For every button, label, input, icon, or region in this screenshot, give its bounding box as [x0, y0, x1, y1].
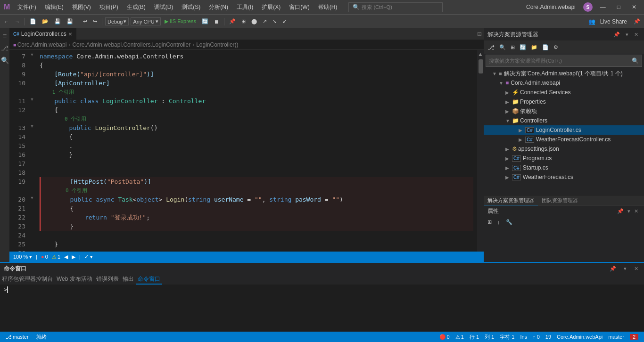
fold-20[interactable]: ▼ [28, 193, 36, 202]
editor-tab-login-controller[interactable]: C# LoginController.cs ✕ [9, 28, 76, 40]
editor-vscroll[interactable]: ▲ [477, 50, 484, 252]
redo-btn[interactable]: ↪ [91, 17, 99, 25]
status-errors[interactable]: 🔴 0 [438, 334, 452, 341]
zoom-level[interactable]: 100 % ▾ [13, 254, 32, 260]
nav-back-btn[interactable]: ◀ [64, 254, 68, 260]
props-sort-btn[interactable]: ↕ [495, 218, 502, 226]
se-toolbar-btn1[interactable]: ⎇ [486, 43, 496, 52]
live-share-button[interactable]: Live Share [596, 17, 631, 26]
step-over-btn[interactable]: ↗ [261, 17, 269, 25]
breadcrumb-method[interactable]: LoginController() [196, 41, 238, 48]
breadcrumb-controller[interactable]: Core.Admin.webapi.Controllers.LoginContr… [72, 41, 190, 48]
wf-arrow[interactable]: ▶ [505, 175, 511, 180]
open-btn[interactable]: 📂 [40, 17, 50, 25]
status-char[interactable]: 字符 1 [498, 334, 516, 341]
tree-login-controller[interactable]: ▶ C# LoginController.cs [484, 125, 644, 135]
warning-indicator[interactable]: ⚠ 1 [52, 254, 60, 260]
bottom-tab-cmd[interactable]: 命令窗口 [136, 274, 162, 285]
tree-program[interactable]: ▶ C# Program.cs [484, 154, 644, 163]
scroll-thumb[interactable] [479, 59, 483, 73]
pin-btn[interactable]: 📌 [227, 17, 238, 25]
cpu-config-dropdown[interactable]: Any CPU ▾ [131, 17, 160, 25]
tree-connected-services[interactable]: ▶ ⚡ Connected Services [484, 88, 644, 97]
sidebar-git-icon[interactable]: ⎇ [0, 42, 10, 54]
save-all-btn[interactable]: 💾 [65, 17, 75, 25]
menu-test[interactable]: 测试(S) [178, 2, 204, 12]
status-git2[interactable]: master [606, 334, 626, 341]
cs-arrow[interactable]: ▶ [505, 90, 511, 95]
status-git[interactable]: ⎇ master [4, 334, 31, 340]
fold-7[interactable]: ▼ [28, 50, 36, 59]
stop-btn[interactable]: ⏹ [212, 18, 221, 25]
bottom-content[interactable]: > ​ [0, 285, 644, 332]
prog-arrow[interactable]: ▶ [505, 156, 511, 161]
menu-help[interactable]: 帮助(H) [314, 2, 341, 12]
status-warnings[interactable]: ⚠ 1 [454, 334, 466, 341]
se-toolbar-btn5[interactable]: 📁 [529, 43, 539, 51]
se-toolbar-btn6[interactable]: 📄 [540, 43, 551, 51]
status-line[interactable]: 行 1 [468, 334, 481, 341]
se-toolbar-btn4[interactable]: 🔄 [518, 43, 528, 51]
tree-weather-controller[interactable]: ▶ C# WeatherForecastController.cs [484, 135, 644, 144]
fold-13[interactable]: ▼ [28, 122, 36, 130]
status-nav[interactable]: ↑ 0 [531, 334, 542, 341]
step-out-btn[interactable]: ↙ [281, 17, 289, 25]
command-cursor[interactable]: ​ [7, 286, 8, 293]
se-pin-btn[interactable]: 📌 [611, 31, 622, 39]
project-arrow[interactable]: ▼ [499, 81, 504, 86]
status-linecount[interactable]: 19 [544, 334, 553, 341]
se-arrow-btn[interactable]: ▾ [624, 31, 630, 39]
solution-root[interactable]: ▼ ■ 解决方案'Core.Admin.webapi'(1 个项目/共 1 个) [484, 69, 644, 78]
split-editor-btn[interactable]: ⊟ [477, 31, 482, 37]
breadcrumb-project[interactable]: ■ Core.Admin.webapi [13, 41, 66, 48]
bottom-arrow-btn[interactable]: ▾ [622, 265, 628, 273]
se-close-btn[interactable]: ✕ [632, 31, 640, 39]
debug-config-dropdown[interactable]: Debug ▾ [105, 17, 129, 25]
breakpoints-btn[interactable]: ⬤ [249, 17, 259, 25]
fold-11[interactable]: ▼ [28, 95, 36, 104]
bottom-tab-errors[interactable]: 错误列表 [94, 274, 121, 285]
bottom-close-btn[interactable]: ✕ [632, 265, 640, 273]
forward-btn[interactable]: → [13, 18, 22, 25]
status-col[interactable]: 列 1 [483, 334, 496, 341]
menu-window[interactable]: 窗口(W) [285, 2, 313, 12]
se-toolbar-btn3[interactable]: ⊞ [509, 43, 517, 51]
tab-close-btn[interactable]: ✕ [68, 32, 72, 37]
props-pin-btn[interactable]: 📌 [615, 207, 626, 215]
back-btn[interactable]: ← [2, 18, 11, 25]
dep-arrow[interactable]: ▶ [505, 109, 511, 114]
layout-btn[interactable]: ⊞ [239, 17, 248, 25]
menu-debug[interactable]: 调试(D) [150, 2, 177, 12]
solution-search-input[interactable] [489, 58, 630, 64]
menu-tools[interactable]: 工具(I) [233, 2, 257, 12]
code-content[interactable]: namespace Core.Admin.webapi.Controllers … [36, 50, 477, 252]
solution-root-arrow[interactable]: ▼ [492, 71, 498, 76]
tree-weatherforecast[interactable]: ▶ C# WeatherForecast.cs [484, 172, 644, 182]
wc-arrow[interactable]: ▶ [519, 137, 524, 142]
menu-edit[interactable]: 编辑(E) [41, 2, 67, 12]
menu-build[interactable]: 生成(B) [123, 2, 149, 12]
bottom-tab-web[interactable]: Web 发布活动 [55, 274, 94, 285]
startup-arrow[interactable]: ▶ [505, 165, 511, 171]
menu-file[interactable]: 文件(F) [14, 2, 40, 12]
props-arrow[interactable]: ▶ [505, 99, 511, 105]
undo-btn[interactable]: ↩ [81, 17, 89, 25]
props-close-btn[interactable]: ✕ [632, 207, 640, 215]
bottom-tab-output[interactable]: 输出 [121, 274, 136, 285]
bottom-tab-pkg[interactable]: 程序包管理器控制台 [0, 274, 55, 285]
step-into-btn[interactable]: ↘ [271, 17, 279, 25]
error-check-btn[interactable]: ✓ ▾ [84, 254, 93, 260]
footer-tab-team[interactable]: 团队资源管理器 [538, 195, 582, 205]
se-toolbar-btn2[interactable]: 🔍 [497, 43, 508, 51]
props-arrow-btn[interactable]: ▾ [626, 207, 632, 215]
tree-startup[interactable]: ▶ C# Startup.cs [484, 163, 644, 172]
bottom-pin-btn[interactable]: 📌 [608, 265, 618, 273]
props-wrench-btn[interactable]: 🔧 [504, 218, 514, 226]
menu-project[interactable]: 项目(P) [96, 2, 122, 12]
status-error-count2[interactable]: 2 [628, 334, 640, 341]
props-grid-btn[interactable]: ⊞ [486, 218, 494, 226]
tree-properties[interactable]: ▶ 📁 Properties [484, 97, 644, 106]
pin-window-btn[interactable]: 📌 [632, 17, 642, 25]
lc-arrow[interactable]: ▶ [519, 128, 524, 133]
tree-appsettings[interactable]: ▶ ⚙ appsettings.json [484, 144, 644, 154]
